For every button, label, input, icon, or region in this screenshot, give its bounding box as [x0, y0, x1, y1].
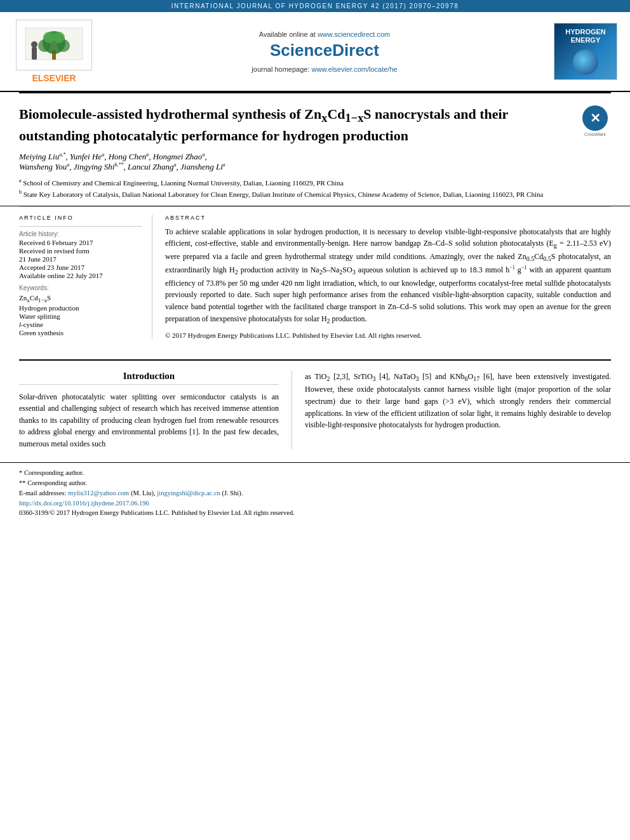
crossmark-circle: ✕: [582, 105, 608, 131]
introduction-heading: Introduction: [19, 371, 279, 385]
author-7: Lancui Zhanga: [128, 162, 177, 171]
copyright-line: © 2017 Hydrogen Energy Publications LLC.…: [165, 331, 611, 339]
journal-banner-text: INTERNATIONAL JOURNAL OF HYDROGEN ENERGY…: [171, 3, 459, 10]
introduction-right: as TiO2 [2,3], SrTiO3 [4], NaTaO3 [5] an…: [305, 371, 611, 450]
affiliations-block: a School of Chemistry and Chemical Engin…: [19, 177, 566, 199]
author-6: Jingying Shib,**: [74, 162, 124, 171]
revised-date: 21 June 2017: [19, 255, 142, 263]
keywords-label: Keywords:: [19, 284, 142, 291]
introduction-text-left: Solar-driven photocatalytic water splitt…: [19, 391, 279, 450]
article-title: Biomolecule-assisted hydrothermal synthe…: [19, 105, 566, 145]
author-8: Jiansheng Lia: [180, 162, 225, 171]
introduction-text-right: as TiO2 [2,3], SrTiO3 [4], NaTaO3 [5] an…: [305, 371, 611, 431]
author-5: Wansheng Youa: [19, 162, 69, 171]
introduction-left: Introduction Solar-driven photocatalytic…: [19, 371, 292, 450]
abstract-label: ABSTRACT: [165, 215, 611, 221]
journal-thumb-title: HYDROGEN ENERGY: [557, 28, 614, 44]
crossmark-badge[interactable]: ✕ CrossMark: [579, 105, 611, 137]
svg-point-6: [53, 32, 65, 43]
authors-line: Meiying Liua,*, Yunfei Hea, Hong Chena, …: [19, 152, 566, 173]
doi-link[interactable]: http://dx.doi.org/10.1016/j.ijhydene.201…: [19, 500, 149, 507]
affiliation-a: a School of Chemistry and Chemical Engin…: [19, 177, 566, 188]
received-revised-label: Received in revised form: [19, 247, 142, 255]
crossmark-icon: ✕: [590, 110, 601, 126]
footnote-issn: 0360-3199/© 2017 Hydrogen Energy Publica…: [19, 508, 611, 518]
keyword-5: Green synthesis: [19, 329, 142, 337]
elsevier-brand-label: ELSEVIER: [32, 73, 76, 83]
elsevier-logo: ELSEVIER: [13, 20, 95, 83]
header-center: Available online at www.sciencedirect.co…: [95, 30, 554, 73]
article-history-label: Article history:: [19, 230, 142, 237]
article-info-column: ARTICLE INFO Article history: Received 6…: [19, 215, 152, 339]
article-header: Biomolecule-assisted hydrothermal synthe…: [0, 93, 630, 206]
sciencedirect-logo: ScienceDirect: [95, 41, 554, 60]
keyword-3: Water splitting: [19, 312, 142, 320]
affiliation-b: b State Key Laboratory of Catalysis, Dal…: [19, 189, 566, 199]
footnote-email: E-mail addresses: myliu312@yahoo.com (M.…: [19, 488, 611, 498]
svg-point-5: [43, 32, 55, 43]
article-info-abstract: ARTICLE INFO Article history: Received 6…: [0, 207, 630, 347]
journal-thumb-graphic: [573, 50, 598, 75]
crossmark-label: CrossMark: [584, 132, 606, 137]
abstract-column: ABSTRACT To achieve scalable application…: [165, 215, 611, 339]
journal-thumbnail: HYDROGEN ENERGY: [554, 23, 617, 80]
accepted-date: Accepted 23 June 2017: [19, 263, 142, 271]
sciencedirect-url[interactable]: www.sciencedirect.com: [318, 30, 390, 38]
author-3: Hong Chena: [109, 152, 149, 161]
keyword-1: ZnxCd1−xS: [19, 294, 142, 303]
journal-url[interactable]: www.elsevier.com/locate/he: [312, 65, 398, 73]
available-online-text: Available online at www.sciencedirect.co…: [95, 30, 554, 38]
journal-homepage: journal homepage: www.elsevier.com/locat…: [95, 65, 554, 73]
page-header: ELSEVIER Available online at www.science…: [0, 12, 630, 92]
author-4: Hongmei Zhaoa: [153, 152, 205, 161]
journal-banner: INTERNATIONAL JOURNAL OF HYDROGEN ENERGY…: [0, 0, 630, 12]
svg-rect-7: [32, 47, 37, 60]
email-liu[interactable]: myliu312@yahoo.com: [68, 490, 129, 497]
email-shi[interactable]: jingyingshi@dicp.ac.cn: [157, 490, 220, 497]
footnote-doi: http://dx.doi.org/10.1016/j.ijhydene.201…: [19, 498, 611, 509]
keyword-2: Hydrogen production: [19, 304, 142, 312]
introduction-section: Introduction Solar-driven photocatalytic…: [0, 361, 630, 450]
article-info-label: ARTICLE INFO: [19, 215, 142, 221]
footnote-corresponding-1: * Corresponding author.: [19, 468, 611, 478]
author-2: Yunfei Hea: [70, 152, 104, 161]
received-date: Received 6 February 2017: [19, 239, 142, 246]
footnote-corresponding-2: ** Corresponding author.: [19, 478, 611, 488]
available-online-date: Available online 22 July 2017: [19, 272, 142, 279]
svg-point-8: [31, 41, 37, 48]
abstract-text: To achieve scalable applications in sola…: [165, 226, 611, 326]
footnotes-section: * Corresponding author. ** Corresponding…: [0, 462, 630, 518]
keyword-4: l-cystine: [19, 321, 142, 328]
author-1: Meiying Liua,*: [19, 152, 65, 161]
